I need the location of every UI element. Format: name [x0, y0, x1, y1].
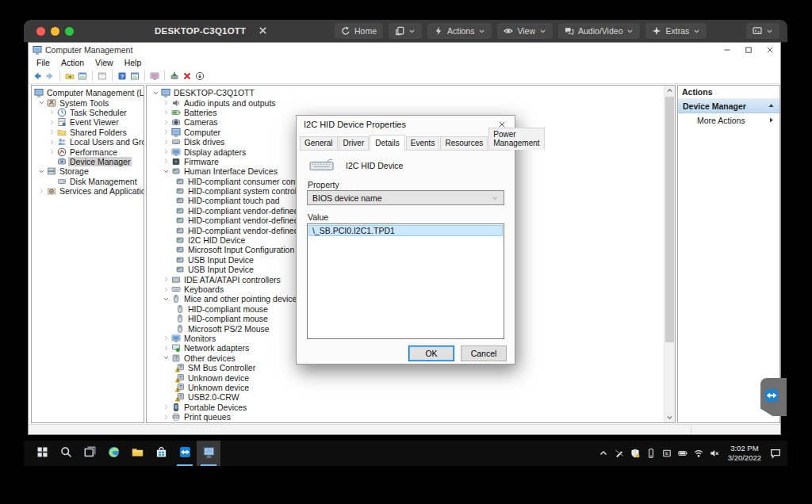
- actions-menu[interactable]: Actions: [427, 23, 492, 39]
- tree-item[interactable]: DESKTOP-C3Q1OTT: [147, 88, 675, 97]
- tab-general[interactable]: General: [300, 136, 338, 150]
- defender-shield-icon[interactable]: !: [630, 449, 640, 458]
- window-disabled-icon[interactable]: [98, 71, 107, 81]
- scroll-up-icon[interactable]: [665, 86, 675, 96]
- taskbar-file-explorer-button[interactable]: [125, 441, 149, 466]
- action-center-icon[interactable]: [770, 448, 781, 459]
- tree-item[interactable]: Print queues: [147, 412, 675, 422]
- teamviewer-grab-tab[interactable]: [760, 378, 787, 416]
- scrollbar-thumb[interactable]: [665, 97, 674, 342]
- battery-icon[interactable]: [678, 449, 688, 458]
- update-driver-icon[interactable]: [170, 71, 179, 81]
- tree-item[interactable]: Audio inputs and outputs: [147, 97, 675, 107]
- help-icon[interactable]: ?: [117, 71, 127, 81]
- property-dropdown[interactable]: BIOS device name: [307, 190, 504, 205]
- wifi-icon[interactable]: [694, 449, 703, 458]
- chevron-right-icon[interactable]: [162, 147, 170, 156]
- view-menu[interactable]: View: [497, 23, 553, 39]
- tree-item[interactable]: Storage: [32, 166, 144, 176]
- tab-power-management[interactable]: Power Management: [488, 128, 544, 150]
- scroll-down-icon[interactable]: [665, 412, 675, 422]
- chevron-right-icon[interactable]: [48, 118, 56, 127]
- maximize-button[interactable]: [737, 43, 759, 56]
- menu-view[interactable]: View: [90, 58, 119, 67]
- chevron-right-icon[interactable]: [162, 118, 170, 127]
- extras-menu[interactable]: Extras: [645, 23, 707, 39]
- menu-file[interactable]: File: [31, 58, 56, 67]
- session-tab[interactable]: DESKTOP-C3Q1OTT: [155, 20, 267, 42]
- properties-window-icon[interactable]: [130, 71, 140, 81]
- chevron-down-icon[interactable]: [37, 98, 46, 107]
- chevron-down-icon[interactable]: [162, 295, 170, 304]
- taskbar-store-button[interactable]: [149, 441, 173, 466]
- tree-item[interactable]: Processors: [147, 422, 675, 423]
- value-item-selected[interactable]: \_SB.PCI0.I2C1.TPD1: [308, 225, 503, 236]
- chevron-right-icon[interactable]: [162, 403, 170, 411]
- value-listbox[interactable]: \_SB.PCI0.I2C1.TPD1: [307, 223, 504, 339]
- chevron-up-icon[interactable]: [599, 449, 608, 458]
- taskbar-edge-button[interactable]: [102, 441, 125, 466]
- tree-item[interactable]: ?Unknown device: [147, 372, 675, 382]
- actions-device-manager[interactable]: Device Manager: [678, 99, 779, 113]
- tree-item[interactable]: Services and Applications: [32, 186, 144, 196]
- tablet-e-icon[interactable]: E: [662, 449, 672, 458]
- chevron-right-icon[interactable]: [162, 157, 170, 166]
- chevron-right-icon[interactable]: [48, 128, 56, 136]
- tree-item[interactable]: Disk Management: [32, 177, 144, 186]
- tree-item[interactable]: Device Manager: [32, 157, 144, 166]
- taskbar-clock[interactable]: 3:02 PM 3/20/2022: [726, 444, 764, 464]
- back-icon[interactable]: [33, 71, 42, 81]
- tree-item[interactable]: ?USB2.0-CRW: [147, 392, 675, 402]
- chevron-right-icon[interactable]: [48, 147, 56, 156]
- show-window-icon[interactable]: [78, 71, 87, 81]
- tree-item[interactable]: Portable Devices: [147, 403, 675, 412]
- tree-item[interactable]: Event Viewer: [32, 117, 144, 127]
- tab-driver[interactable]: Driver: [339, 136, 370, 150]
- chevron-right-icon[interactable]: [162, 128, 170, 136]
- close-light[interactable]: [36, 27, 45, 36]
- remote-control-icon[interactable]: [150, 71, 159, 81]
- uninstall-icon[interactable]: [182, 71, 192, 81]
- close-button[interactable]: [759, 43, 780, 56]
- pen-icon[interactable]: [615, 449, 624, 458]
- tree-item[interactable]: System Tools: [32, 97, 144, 107]
- session-close-icon[interactable]: [259, 26, 267, 36]
- taskbar-task-view-button[interactable]: [78, 441, 102, 466]
- window-traffic-lights[interactable]: [36, 27, 74, 36]
- menu-help[interactable]: Help: [119, 58, 147, 67]
- chevron-right-icon[interactable]: [162, 285, 170, 294]
- home-button[interactable]: Home: [335, 23, 383, 39]
- ok-button[interactable]: OK: [408, 346, 454, 361]
- more-actions[interactable]: More Actions: [678, 113, 779, 127]
- chevron-right-icon[interactable]: [162, 275, 170, 284]
- volume-muted-icon[interactable]: [710, 449, 719, 458]
- chevron-right-icon[interactable]: [162, 108, 170, 116]
- tab-events[interactable]: Events: [406, 136, 440, 150]
- tab-resources[interactable]: Resources: [440, 136, 488, 150]
- chevron-down-icon[interactable]: [162, 353, 170, 362]
- chevron-right-icon[interactable]: [162, 138, 170, 147]
- chevron-down-icon[interactable]: [151, 89, 160, 97]
- tree-item[interactable]: Shared Folders: [32, 128, 144, 137]
- audio-video-menu[interactable]: Audio/Video: [558, 23, 640, 39]
- minimize-button[interactable]: [716, 43, 737, 56]
- scan-hardware-icon[interactable]: [195, 71, 205, 81]
- chevron-right-icon[interactable]: [48, 138, 56, 147]
- chevron-right-icon[interactable]: [162, 413, 170, 422]
- chevron-down-icon[interactable]: [162, 167, 170, 176]
- cancel-button[interactable]: Cancel: [461, 346, 507, 361]
- forward-icon[interactable]: [45, 71, 55, 81]
- taskbar-start-button[interactable]: [30, 441, 54, 466]
- tree-item[interactable]: Task Scheduler: [32, 108, 144, 117]
- chevron-right-icon[interactable]: [162, 98, 170, 107]
- taskbar-computer-management-button[interactable]: [197, 441, 220, 466]
- zoom-light[interactable]: [65, 27, 74, 36]
- chevron-right-icon[interactable]: [37, 187, 46, 196]
- vertical-scrollbar[interactable]: [664, 86, 675, 422]
- menu-action[interactable]: Action: [56, 58, 90, 67]
- minimize-light[interactable]: [51, 27, 59, 36]
- chevron-right-icon[interactable]: [162, 344, 170, 353]
- chevron-right-icon[interactable]: [48, 108, 56, 116]
- collapse-icon[interactable]: [768, 102, 775, 109]
- expand-icon[interactable]: [768, 116, 775, 124]
